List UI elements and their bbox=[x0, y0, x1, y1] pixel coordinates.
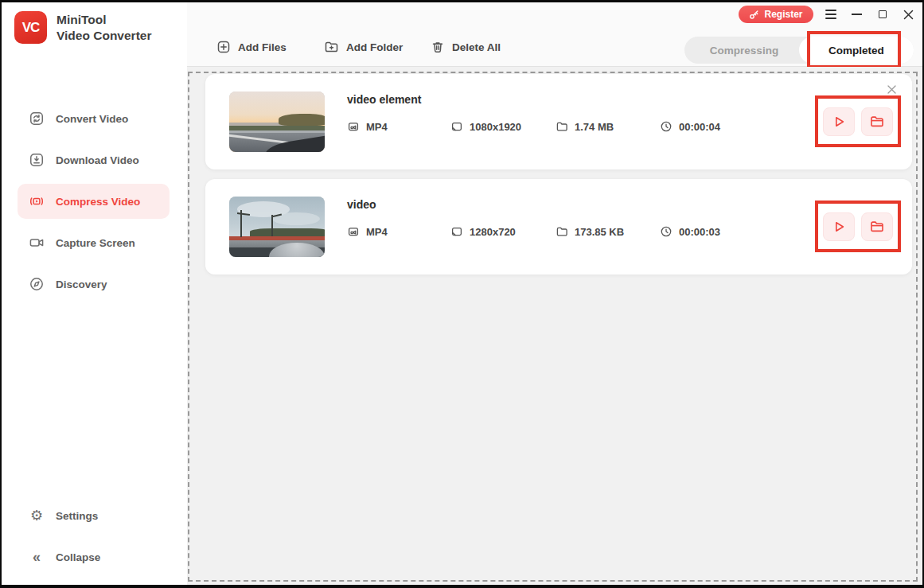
minimize-button[interactable] bbox=[848, 6, 865, 22]
add-files-label: Add Files bbox=[238, 41, 287, 53]
file-format: MP4 bbox=[347, 225, 388, 238]
folder-icon bbox=[869, 114, 885, 130]
hamburger-menu-icon bbox=[825, 10, 836, 19]
app-title-line2: Video Converter bbox=[57, 28, 151, 44]
file-resolution: 1280x720 bbox=[450, 225, 516, 238]
tab-completed[interactable]: Completed bbox=[799, 37, 914, 64]
sidebar-item-label: Settings bbox=[56, 510, 98, 522]
clock-icon bbox=[660, 225, 673, 238]
app-title: MiniTool Video Converter bbox=[57, 12, 151, 44]
maximize-button[interactable] bbox=[874, 6, 891, 22]
register-label: Register bbox=[764, 9, 802, 20]
file-duration: 00:00:03 bbox=[660, 225, 720, 238]
file-row: video MP4 1280x72 bbox=[205, 179, 912, 275]
sidebar-item-collapse[interactable]: « Collapse bbox=[18, 539, 170, 574]
download-icon bbox=[29, 152, 45, 168]
sidebar-item-compress-video[interactable]: Compress Video bbox=[18, 184, 170, 219]
add-folder-icon bbox=[324, 40, 339, 54]
folder-icon bbox=[556, 120, 568, 133]
sidebar-item-discovery[interactable]: Discovery bbox=[18, 267, 170, 302]
sidebar-item-capture-screen[interactable]: Capture Screen bbox=[18, 225, 170, 260]
sidebar-item-label: Collapse bbox=[56, 551, 100, 563]
add-folder-button[interactable]: Add Folder bbox=[324, 40, 403, 54]
close-icon bbox=[887, 84, 901, 95]
close-button[interactable] bbox=[899, 6, 917, 22]
tab-completed-label: Completed bbox=[828, 45, 884, 56]
tab-compressing-label: Compressing bbox=[710, 45, 778, 56]
file-size: 1.74 MB bbox=[556, 120, 614, 133]
resolution-icon bbox=[450, 120, 463, 133]
file-name: video element bbox=[347, 93, 421, 106]
remove-file-button[interactable] bbox=[887, 82, 901, 96]
trash-icon bbox=[431, 40, 445, 54]
file-resolution: 1080x1920 bbox=[450, 120, 521, 133]
sidebar-item-label: Convert Video bbox=[56, 113, 128, 125]
sidebar: VC MiniTool Video Converter Convert Vide… bbox=[2, 2, 187, 585]
sidebar-item-label: Download Video bbox=[56, 154, 139, 166]
sidebar-item-label: Discovery bbox=[56, 278, 107, 290]
completed-list-panel: video element MP4 bbox=[187, 67, 922, 585]
sidebar-item-settings[interactable]: ⚙ Settings bbox=[18, 498, 170, 533]
compress-icon bbox=[29, 193, 45, 209]
discovery-icon bbox=[29, 276, 45, 292]
menu-button[interactable] bbox=[822, 6, 840, 22]
sidebar-item-label: Compress Video bbox=[56, 196, 140, 208]
file-size: 173.85 KB bbox=[556, 225, 624, 238]
video-file-icon bbox=[347, 120, 360, 133]
sidebar-item-label: Capture Screen bbox=[56, 237, 135, 249]
open-folder-button[interactable] bbox=[861, 107, 893, 136]
close-icon bbox=[903, 10, 914, 20]
folder-icon bbox=[869, 219, 885, 235]
tab-group: Compressing Completed bbox=[684, 37, 914, 64]
video-file-icon bbox=[347, 225, 360, 238]
add-files-icon bbox=[216, 40, 231, 54]
play-icon bbox=[831, 114, 847, 130]
video-thumbnail bbox=[229, 197, 325, 257]
collapse-icon: « bbox=[29, 550, 45, 564]
sidebar-item-download-video[interactable]: Download Video bbox=[18, 142, 170, 177]
capture-icon bbox=[29, 235, 45, 251]
app-window: VC MiniTool Video Converter Convert Vide… bbox=[0, 0, 924, 588]
add-folder-label: Add Folder bbox=[346, 41, 403, 53]
video-thumbnail bbox=[229, 92, 325, 152]
convert-icon bbox=[29, 111, 45, 127]
app-logo-icon: VC bbox=[14, 11, 47, 44]
file-name: video bbox=[347, 198, 376, 211]
maximize-icon bbox=[879, 10, 887, 18]
play-button[interactable] bbox=[823, 107, 855, 136]
resolution-icon bbox=[450, 225, 463, 238]
register-button[interactable]: Register bbox=[739, 6, 813, 23]
logo-badge: VC bbox=[22, 20, 40, 36]
key-icon bbox=[749, 10, 759, 20]
file-duration: 00:00:04 bbox=[660, 120, 720, 133]
tab-compressing[interactable]: Compressing bbox=[684, 37, 804, 64]
add-files-button[interactable]: Add Files bbox=[216, 40, 287, 54]
play-button[interactable] bbox=[823, 212, 855, 241]
play-icon bbox=[831, 219, 847, 235]
file-format: MP4 bbox=[347, 120, 388, 133]
folder-icon bbox=[556, 225, 568, 238]
topbar: Register Add Files bbox=[187, 2, 922, 67]
settings-icon: ⚙ bbox=[29, 508, 45, 523]
sidebar-item-convert-video[interactable]: Convert Video bbox=[18, 101, 170, 136]
clock-icon bbox=[660, 120, 673, 133]
app-title-line1: MiniTool bbox=[57, 12, 151, 28]
brand: VC MiniTool Video Converter bbox=[14, 11, 151, 44]
delete-all-label: Delete All bbox=[452, 41, 501, 53]
minimize-icon bbox=[852, 14, 862, 15]
file-row: video element MP4 bbox=[205, 74, 912, 169]
open-folder-button[interactable] bbox=[861, 212, 893, 241]
delete-all-button[interactable]: Delete All bbox=[431, 40, 501, 54]
